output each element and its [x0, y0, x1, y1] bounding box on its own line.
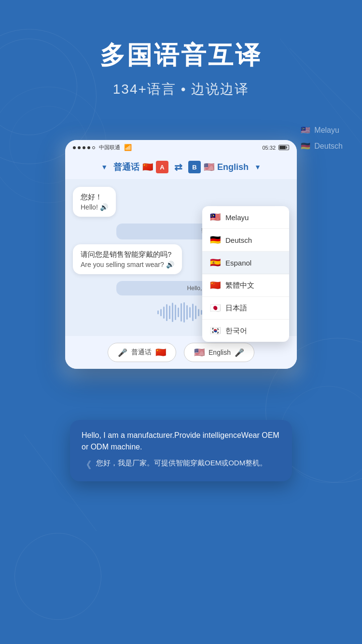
wave-bar-10: [183, 302, 185, 322]
mic-source-lang: 普通话: [131, 348, 152, 357]
battery-tip: [286, 146, 287, 149]
signal-dot-3: [83, 146, 85, 149]
hello-text-en: Hello!: [81, 203, 98, 211]
wave-bar-1: [157, 310, 159, 314]
wave-bar-11: [186, 305, 188, 320]
battery-icon: [278, 145, 289, 150]
source-lang-arrow[interactable]: ▼: [101, 163, 108, 171]
flag-china-tw: 🇨🇳: [210, 280, 221, 291]
target-lang-text: English: [217, 162, 249, 172]
bubble-hello-cn: 您好！: [81, 193, 108, 202]
source-language-option[interactable]: 普通话 🇨🇳 A: [113, 161, 168, 173]
bubble-selling-en: Are you selling smart wear? 🔊: [81, 261, 174, 268]
wave-bar-13: [192, 304, 194, 321]
wave-bar-3: [163, 307, 165, 319]
flag-spain: 🇪🇸: [210, 257, 221, 268]
dropdown-item-deutsch[interactable]: 🇩🇪 Deutsch: [202, 229, 289, 252]
time-display: 05:32: [262, 145, 276, 151]
speaker-icon-selling: 🔊: [166, 261, 174, 268]
mic-button-source[interactable]: 🎤 普通话 🇨🇳: [108, 343, 176, 362]
target-lang-arrow[interactable]: ▼: [254, 163, 261, 171]
wave-bar-5: [169, 306, 170, 319]
mic-source-flag: 🇨🇳: [155, 347, 166, 358]
app-title: 多国语音互译: [0, 39, 362, 72]
speaker-icon-hello: 🔊: [100, 203, 108, 211]
wave-bar-14: [195, 306, 196, 319]
source-badge: A: [156, 161, 168, 173]
language-dropdown[interactable]: 🇲🇾 Melayu 🇩🇪 Deutsch 🇪🇸 Espanol 🇨🇳 繁體中文: [202, 206, 289, 342]
bg-decoration-4: [14, 533, 101, 620]
mic-target-lang: English: [209, 349, 231, 356]
wifi-icon: 📶: [124, 144, 132, 151]
lang-deutsch: Deutsch: [225, 236, 252, 244]
bg-lang-deutsch: 🇩🇪 Deutsch: [301, 141, 343, 151]
signal-dot-1: [73, 146, 76, 149]
chat-area: 🇲🇾 Melayu 🇩🇪 Deutsch 🇪🇸 Espanol 🇨🇳 繁體中文: [65, 179, 297, 336]
wave-bar-4: [166, 304, 167, 321]
target-badge: B: [188, 161, 201, 173]
signal-dot-5: [92, 146, 95, 149]
bubble-manufacturer-cn: 您好，我是厂家。可提供智能穿戴OEM或ODM整机。: [96, 458, 267, 469]
header-section: 多国语音互译 134+语言 • 边说边译: [0, 0, 362, 98]
speaker-left-icon: 《: [82, 459, 91, 472]
bg-lang-melayu: 🇲🇾 Melayu: [301, 126, 343, 135]
wave-bar-12: [189, 307, 191, 318]
battery-fill: [279, 146, 286, 149]
source-lang-text: 普通话: [113, 161, 139, 173]
phone-mockup-container: 中国联通 📶 05:32 ▼ 普通话 🇨🇳 A ⇄: [65, 140, 297, 369]
wave-bar-15: [198, 309, 199, 316]
dropdown-item-traditional-chinese[interactable]: 🇨🇳 繁體中文: [202, 274, 289, 297]
phone-frame: 中国联通 📶 05:32 ▼ 普通话 🇨🇳 A ⇄: [65, 140, 297, 369]
wave-bar-6: [172, 303, 173, 322]
bubble-manufacturer-en: Hello, I am a manufacturer.Provide intel…: [82, 430, 280, 453]
status-bar: 中国联通 📶 05:32: [65, 140, 297, 155]
lang-traditional-chinese: 繁體中文: [225, 281, 254, 290]
target-flag: 🇺🇸: [204, 162, 214, 172]
bubble-manufacturer-cn-row: 《 您好，我是厂家。可提供智能穿戴OEM或ODM整机。: [82, 458, 280, 472]
language-count: 134+语言: [113, 82, 176, 97]
mic-button-target[interactable]: 🇺🇸 English 🎤: [184, 343, 254, 362]
bubble-hello-en: Hello! 🔊: [81, 203, 108, 211]
wave-bar-2: [160, 309, 162, 316]
dropdown-item-korean[interactable]: 🇰🇷 한국어: [202, 320, 289, 342]
flag-malaysia-bg: 🇲🇾: [301, 126, 310, 135]
source-flag: 🇨🇳: [142, 162, 153, 172]
target-language-option[interactable]: B 🇺🇸 English: [188, 161, 249, 173]
chat-bubble-hello: 您好！ Hello! 🔊: [73, 187, 116, 217]
carrier-label: 中国联通: [99, 144, 120, 151]
swap-languages-button[interactable]: ⇄: [174, 161, 182, 173]
wave-bar-7: [175, 305, 176, 320]
lang-melayu-label: Melayu: [314, 126, 339, 135]
mic-target-flag: 🇺🇸: [194, 347, 205, 358]
floating-manufacturer-bubble: Hello, I am a manufacturer.Provide intel…: [70, 420, 292, 481]
subtitle-dot: •: [181, 82, 187, 97]
feature-text: 边说边译: [191, 82, 249, 97]
wave-bar-8: [178, 308, 179, 317]
lang-deutsch-label: Deutsch: [314, 142, 343, 151]
status-bar-left: 中国联通 📶: [73, 144, 132, 151]
dropdown-item-melayu[interactable]: 🇲🇾 Melayu: [202, 206, 289, 229]
flag-japan: 🇯🇵: [210, 303, 221, 313]
floating-manufacturer-bubble-wrapper: Hello, I am a manufacturer.Provide intel…: [65, 420, 297, 481]
dropdown-item-japanese[interactable]: 🇯🇵 日本語: [202, 297, 289, 320]
selling-text-en: Are you selling smart wear?: [81, 261, 164, 268]
app-subtitle: 134+语言 • 边说边译: [0, 80, 362, 98]
status-bar-right: 05:32: [262, 145, 289, 151]
signal-dot-2: [78, 146, 81, 149]
bubble-selling-cn: 请问您是销售智能穿戴的吗?: [81, 250, 174, 259]
mic-icon-right: 🎤: [235, 348, 244, 357]
lang-japanese: 日本語: [225, 304, 247, 313]
wave-bar-9: [181, 303, 182, 322]
language-selector-bar[interactable]: ▼ 普通话 🇨🇳 A ⇄ B 🇺🇸 English ▼: [65, 155, 297, 179]
chat-bubble-selling: 请问您是销售智能穿戴的吗? Are you selling smart wear…: [73, 244, 182, 274]
signal-dot-4: [87, 146, 90, 149]
dropdown-item-espanol[interactable]: 🇪🇸 Espanol: [202, 252, 289, 274]
flag-korea: 🇰🇷: [210, 325, 221, 336]
flag-malaysia: 🇲🇾: [210, 212, 221, 223]
lang-korean: 한국어: [225, 326, 247, 336]
flag-germany: 🇩🇪: [210, 235, 221, 245]
mic-icon-left: 🎤: [118, 348, 127, 357]
bg-language-labels: 🇲🇾 Melayu 🇩🇪 Deutsch: [301, 126, 343, 151]
lang-melayu: Melayu: [225, 213, 249, 222]
lang-espanol: Espanol: [225, 259, 251, 267]
